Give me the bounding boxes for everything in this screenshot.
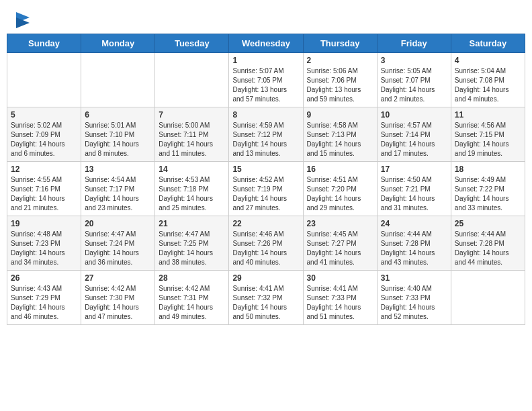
day-info: Sunrise: 4:47 AMSunset: 7:24 PMDaylight:… (85, 230, 151, 267)
calendar-day-cell: 31Sunrise: 4:40 AMSunset: 7:33 PMDayligh… (377, 271, 451, 325)
day-number: 31 (381, 273, 447, 283)
day-info: Sunrise: 5:07 AMSunset: 7:05 PMDaylight:… (232, 66, 299, 104)
calendar-day-cell: 6Sunrise: 5:01 AMSunset: 7:10 PMDaylight… (81, 107, 155, 162)
day-number: 24 (381, 219, 447, 228)
calendar-day-cell (81, 53, 155, 107)
calendar-day-cell: 17Sunrise: 4:50 AMSunset: 7:21 PMDayligh… (377, 162, 451, 216)
calendar-week-row: 5Sunrise: 5:02 AMSunset: 7:09 PMDaylight… (7, 107, 525, 162)
day-info: Sunrise: 4:42 AMSunset: 7:31 PMDaylight:… (159, 284, 225, 322)
day-info: Sunrise: 4:49 AMSunset: 7:22 PMDaylight:… (455, 175, 521, 213)
calendar-day-cell: 26Sunrise: 4:43 AMSunset: 7:29 PMDayligh… (7, 271, 81, 325)
day-info: Sunrise: 5:00 AMSunset: 7:11 PMDaylight:… (159, 121, 225, 158)
day-number: 27 (85, 273, 151, 283)
day-info: Sunrise: 5:02 AMSunset: 7:09 PMDaylight:… (11, 121, 77, 158)
day-number: 21 (159, 219, 225, 228)
calendar-day-cell: 22Sunrise: 4:46 AMSunset: 7:26 PMDayligh… (229, 216, 303, 271)
calendar-day-cell: 21Sunrise: 4:47 AMSunset: 7:25 PMDayligh… (155, 216, 229, 271)
day-number: 8 (232, 110, 299, 120)
calendar-day-cell: 23Sunrise: 4:45 AMSunset: 7:27 PMDayligh… (303, 216, 377, 271)
day-number: 14 (159, 165, 225, 174)
day-of-week-header: Friday (377, 34, 451, 53)
day-of-week-header: Saturday (451, 34, 525, 53)
day-info: Sunrise: 4:40 AMSunset: 7:33 PMDaylight:… (381, 284, 447, 322)
calendar-day-cell: 11Sunrise: 4:56 AMSunset: 7:15 PMDayligh… (451, 107, 525, 162)
day-number: 12 (11, 165, 77, 174)
calendar-day-cell: 29Sunrise: 4:41 AMSunset: 7:32 PMDayligh… (229, 271, 303, 325)
day-number: 5 (11, 110, 77, 120)
day-info: Sunrise: 4:47 AMSunset: 7:25 PMDaylight:… (159, 230, 225, 267)
calendar-week-row: 19Sunrise: 4:48 AMSunset: 7:23 PMDayligh… (7, 216, 525, 271)
day-of-week-header: Thursday (303, 34, 377, 53)
day-of-week-header: Sunday (7, 34, 81, 53)
calendar-day-cell: 3Sunrise: 5:05 AMSunset: 7:07 PMDaylight… (377, 53, 451, 107)
day-number: 13 (85, 165, 151, 174)
day-number: 18 (455, 165, 521, 174)
calendar-header-row: SundayMondayTuesdayWednesdayThursdayFrid… (7, 34, 525, 53)
day-info: Sunrise: 5:06 AMSunset: 7:06 PMDaylight:… (307, 66, 373, 104)
day-number: 25 (455, 219, 521, 228)
calendar-day-cell: 4Sunrise: 5:04 AMSunset: 7:08 PMDaylight… (451, 53, 525, 107)
day-info: Sunrise: 4:57 AMSunset: 7:14 PMDaylight:… (381, 121, 447, 158)
day-info: Sunrise: 5:04 AMSunset: 7:08 PMDaylight:… (455, 66, 521, 104)
day-number: 3 (381, 56, 447, 65)
day-number: 15 (232, 165, 299, 174)
day-info: Sunrise: 4:55 AMSunset: 7:16 PMDaylight:… (11, 175, 77, 213)
calendar-day-cell: 25Sunrise: 4:44 AMSunset: 7:28 PMDayligh… (451, 216, 525, 271)
calendar-day-cell: 20Sunrise: 4:47 AMSunset: 7:24 PMDayligh… (81, 216, 155, 271)
calendar-day-cell: 28Sunrise: 4:42 AMSunset: 7:31 PMDayligh… (155, 271, 229, 325)
day-number: 10 (381, 110, 447, 120)
day-info: Sunrise: 4:54 AMSunset: 7:17 PMDaylight:… (85, 175, 151, 213)
calendar-day-cell: 19Sunrise: 4:48 AMSunset: 7:23 PMDayligh… (7, 216, 81, 271)
day-number: 17 (381, 165, 447, 174)
day-number: 11 (455, 110, 521, 120)
calendar-day-cell: 14Sunrise: 4:53 AMSunset: 7:18 PMDayligh… (155, 162, 229, 216)
day-number: 9 (307, 110, 373, 120)
day-info: Sunrise: 4:53 AMSunset: 7:18 PMDaylight:… (159, 175, 225, 213)
day-number: 29 (232, 273, 299, 283)
day-number: 2 (307, 56, 373, 65)
day-of-week-header: Tuesday (155, 34, 229, 53)
day-info: Sunrise: 4:56 AMSunset: 7:15 PMDaylight:… (455, 121, 521, 158)
day-of-week-header: Monday (81, 34, 155, 53)
day-info: Sunrise: 4:48 AMSunset: 7:23 PMDaylight:… (11, 230, 77, 267)
calendar-day-cell: 1Sunrise: 5:07 AMSunset: 7:05 PMDaylight… (229, 53, 303, 107)
day-of-week-header: Wednesday (229, 34, 303, 53)
calendar-day-cell: 5Sunrise: 5:02 AMSunset: 7:09 PMDaylight… (7, 107, 81, 162)
day-number: 19 (11, 219, 77, 228)
day-number: 30 (307, 273, 373, 283)
day-info: Sunrise: 4:44 AMSunset: 7:28 PMDaylight:… (455, 230, 521, 267)
day-number: 16 (307, 165, 373, 174)
logo-icon (16, 12, 30, 28)
day-number: 4 (455, 56, 521, 65)
calendar-day-cell: 10Sunrise: 4:57 AMSunset: 7:14 PMDayligh… (377, 107, 451, 162)
calendar-day-cell: 30Sunrise: 4:41 AMSunset: 7:33 PMDayligh… (303, 271, 377, 325)
day-info: Sunrise: 4:58 AMSunset: 7:13 PMDaylight:… (307, 121, 373, 158)
calendar-day-cell: 2Sunrise: 5:06 AMSunset: 7:06 PMDaylight… (303, 53, 377, 107)
page-header (7, 7, 525, 31)
calendar-day-cell: 7Sunrise: 5:00 AMSunset: 7:11 PMDaylight… (155, 107, 229, 162)
calendar-day-cell (7, 53, 81, 107)
day-info: Sunrise: 4:45 AMSunset: 7:27 PMDaylight:… (307, 230, 373, 267)
day-info: Sunrise: 5:05 AMSunset: 7:07 PMDaylight:… (381, 66, 447, 104)
calendar-day-cell: 9Sunrise: 4:58 AMSunset: 7:13 PMDaylight… (303, 107, 377, 162)
day-info: Sunrise: 4:44 AMSunset: 7:28 PMDaylight:… (381, 230, 447, 267)
day-number: 1 (232, 56, 299, 65)
day-number: 20 (85, 219, 151, 228)
calendar-day-cell: 15Sunrise: 4:52 AMSunset: 7:19 PMDayligh… (229, 162, 303, 216)
calendar-day-cell: 13Sunrise: 4:54 AMSunset: 7:17 PMDayligh… (81, 162, 155, 216)
calendar-day-cell: 12Sunrise: 4:55 AMSunset: 7:16 PMDayligh… (7, 162, 81, 216)
day-info: Sunrise: 5:01 AMSunset: 7:10 PMDaylight:… (85, 121, 151, 158)
day-info: Sunrise: 4:43 AMSunset: 7:29 PMDaylight:… (11, 284, 77, 322)
calendar-week-row: 12Sunrise: 4:55 AMSunset: 7:16 PMDayligh… (7, 162, 525, 216)
day-info: Sunrise: 4:52 AMSunset: 7:19 PMDaylight:… (232, 175, 299, 213)
day-number: 7 (159, 110, 225, 120)
calendar-day-cell: 27Sunrise: 4:42 AMSunset: 7:30 PMDayligh… (81, 271, 155, 325)
day-number: 28 (159, 273, 225, 283)
day-info: Sunrise: 4:46 AMSunset: 7:26 PMDaylight:… (232, 230, 299, 267)
calendar-day-cell: 16Sunrise: 4:51 AMSunset: 7:20 PMDayligh… (303, 162, 377, 216)
day-number: 23 (307, 219, 373, 228)
day-number: 22 (232, 219, 299, 228)
calendar-day-cell (155, 53, 229, 107)
calendar-week-row: 1Sunrise: 5:07 AMSunset: 7:05 PMDaylight… (7, 53, 525, 107)
day-info: Sunrise: 4:41 AMSunset: 7:32 PMDaylight:… (232, 284, 299, 322)
